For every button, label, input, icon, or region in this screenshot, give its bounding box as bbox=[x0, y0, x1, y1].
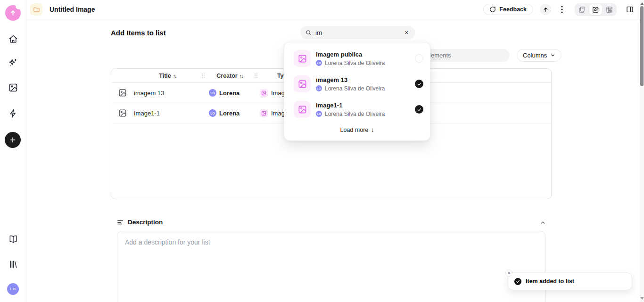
scrollbar-up-arrow[interactable] bbox=[640, 2, 644, 5]
edit-square-icon bbox=[592, 6, 599, 13]
app-logo[interactable] bbox=[5, 5, 21, 21]
arrow-up-icon bbox=[543, 7, 549, 13]
image-icon bbox=[118, 109, 127, 117]
toast-message: Item added to list bbox=[526, 278, 574, 285]
scrollbar-thumb[interactable] bbox=[640, 6, 644, 86]
editor-view-button[interactable] bbox=[589, 4, 602, 15]
data-view-button[interactable] bbox=[603, 4, 616, 15]
image-icon bbox=[8, 83, 18, 92]
collapse-description-button[interactable] bbox=[540, 220, 546, 226]
result-title: Image1-1 bbox=[316, 102, 410, 109]
selected-item-toggle[interactable] bbox=[415, 80, 423, 88]
creator-header-label: Creator bbox=[216, 73, 237, 79]
column-header-creator[interactable]: Creator ↑↓ bbox=[205, 73, 254, 79]
chevron-down-icon bbox=[550, 53, 555, 58]
columns-button[interactable]: Columns bbox=[517, 49, 561, 62]
lightning-icon bbox=[8, 109, 18, 118]
cards-view-button[interactable] bbox=[576, 4, 588, 15]
load-more-button[interactable]: Load more ↓ bbox=[284, 122, 430, 140]
feedback-label: Feedback bbox=[499, 6, 527, 13]
column-resize-handle[interactable] bbox=[254, 73, 258, 79]
user-avatar[interactable]: LO bbox=[7, 283, 19, 295]
more-options-button[interactable] bbox=[557, 4, 567, 15]
drag-dots-icon bbox=[254, 73, 258, 79]
share-button[interactable] bbox=[540, 4, 551, 15]
success-check-icon bbox=[514, 278, 521, 285]
creator-name: Lorena bbox=[219, 110, 239, 117]
add-new-button[interactable] bbox=[5, 132, 21, 148]
description-label: Description bbox=[128, 219, 163, 226]
clear-search-button[interactable]: ✕ bbox=[404, 29, 410, 36]
check-icon bbox=[417, 107, 421, 112]
comment-icon bbox=[489, 6, 496, 13]
image-thumbnail-icon bbox=[294, 75, 311, 92]
kebab-icon bbox=[561, 6, 563, 13]
plus-icon bbox=[9, 136, 17, 144]
sidebar-item-ai[interactable] bbox=[8, 57, 18, 68]
column-header-title[interactable]: Title ↑↓ bbox=[134, 73, 201, 79]
row-title: imagem 13 bbox=[134, 90, 164, 97]
view-switcher bbox=[575, 3, 617, 16]
topbar: Untitled Image Feedback bbox=[26, 0, 640, 19]
result-creator: LO Lorena Silva de Oliveira bbox=[316, 60, 410, 66]
creator-avatar: LO bbox=[209, 109, 216, 117]
result-info: imagem publica LO Lorena Silva de Olivei… bbox=[316, 51, 410, 66]
sidebar-item-actions[interactable] bbox=[8, 108, 18, 119]
load-more-label: Load more bbox=[340, 127, 368, 133]
chevron-up-icon bbox=[540, 220, 546, 226]
creator-name: Lorena Silva de Oliveira bbox=[325, 111, 385, 117]
cards-icon bbox=[578, 6, 586, 13]
select-item-toggle[interactable] bbox=[415, 54, 423, 63]
drag-dots-icon bbox=[201, 73, 205, 79]
topbar-actions: Feedback bbox=[483, 3, 635, 16]
column-resize-handle[interactable] bbox=[201, 73, 205, 79]
image-thumbnail-icon bbox=[294, 101, 311, 118]
result-item[interactable]: imagem publica LO Lorena Silva de Olivei… bbox=[284, 46, 430, 71]
feedback-button[interactable]: Feedback bbox=[483, 4, 533, 15]
type-badge bbox=[260, 89, 268, 97]
sidebar-item-images[interactable] bbox=[8, 82, 18, 93]
toggle-panel-button[interactable] bbox=[625, 4, 635, 15]
selected-item-toggle[interactable] bbox=[415, 105, 423, 114]
type-badge bbox=[260, 109, 268, 117]
item-search-field: ✕ bbox=[300, 26, 415, 39]
creator-name: Lorena Silva de Oliveira bbox=[325, 60, 385, 66]
page-title: Untitled Image bbox=[50, 6, 95, 13]
table-globe-icon bbox=[606, 6, 613, 13]
page-heading: Add Items to list bbox=[111, 29, 166, 37]
logo-arrow-up-icon bbox=[9, 9, 17, 16]
result-item[interactable]: Image1-1 LO Lorena Silva de Oliveira bbox=[284, 97, 430, 122]
result-item[interactable]: imagem 13 LO Lorena Silva de Oliveira bbox=[284, 71, 430, 97]
creator-name: Lorena Silva de Oliveira bbox=[325, 85, 385, 92]
toast-notification: ✕ Item added to list bbox=[508, 272, 632, 290]
sidebar-item-library[interactable] bbox=[8, 259, 18, 269]
result-creator: LO Lorena Silva de Oliveira bbox=[316, 111, 410, 117]
home-icon bbox=[8, 34, 18, 44]
check-icon bbox=[417, 82, 421, 86]
creator-avatar: LO bbox=[209, 89, 216, 97]
result-creator: LO Lorena Silva de Oliveira bbox=[316, 85, 410, 92]
sparkles-icon bbox=[8, 58, 18, 68]
page-scrollbar bbox=[640, 0, 644, 302]
arrow-down-icon: ↓ bbox=[371, 127, 374, 133]
search-results-dropdown: imagem publica LO Lorena Silva de Olivei… bbox=[284, 42, 430, 141]
result-title: imagem publica bbox=[316, 51, 410, 58]
book-icon bbox=[8, 235, 18, 244]
sort-icon[interactable]: ↑↓ bbox=[173, 73, 176, 79]
folder-badge[interactable] bbox=[30, 3, 42, 16]
result-title: imagem 13 bbox=[316, 76, 410, 83]
creator-name: Lorena bbox=[219, 90, 239, 97]
sidebar-item-home[interactable] bbox=[8, 34, 18, 44]
sidebar-item-docs[interactable] bbox=[8, 234, 18, 245]
description-textarea[interactable] bbox=[117, 231, 545, 302]
item-search-input[interactable] bbox=[315, 29, 400, 36]
toast-close-button[interactable]: ✕ bbox=[505, 269, 512, 277]
image-thumbnail-icon bbox=[294, 50, 311, 67]
image-type-icon bbox=[261, 90, 266, 96]
scrollbar-down-arrow[interactable] bbox=[640, 297, 644, 300]
description-header: Description bbox=[117, 219, 163, 226]
sort-icon[interactable]: ↑↓ bbox=[239, 73, 243, 79]
row-title: Image1-1 bbox=[134, 110, 160, 117]
image-icon bbox=[118, 89, 127, 97]
creator-avatar: LO bbox=[316, 85, 322, 91]
